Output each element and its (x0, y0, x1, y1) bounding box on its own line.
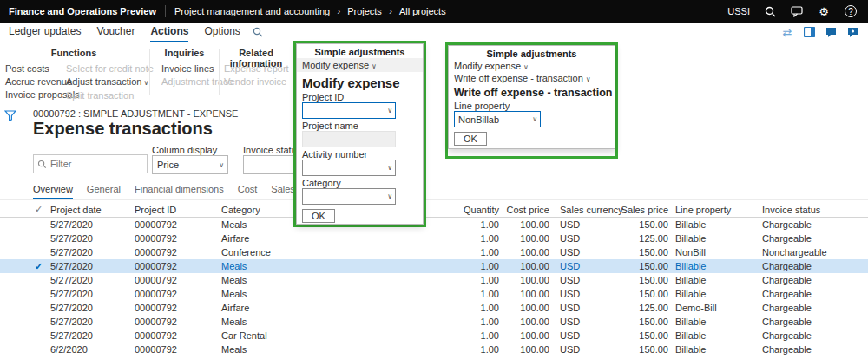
column-display-select[interactable]: Price ∨ (152, 155, 228, 174)
flyout-header: Simple adjustments (297, 44, 423, 58)
messages-icon[interactable] (790, 4, 804, 18)
header-project-date[interactable]: Project date (50, 205, 135, 215)
app-title: Finance and Operations Preview (9, 6, 156, 16)
page-menubar: Ledger updates Voucher Actions Options ⇄ (0, 23, 868, 42)
cell-sales-currency: USD (549, 247, 621, 258)
chat-bubble-icon[interactable] (824, 25, 838, 39)
cell-line-property: Billable (668, 261, 755, 271)
line-property-combobox[interactable]: NonBillab ∨ (454, 111, 541, 127)
search-icon[interactable] (763, 4, 777, 18)
flyout-header: Simple adjustments (449, 46, 615, 60)
project-id-label: Project ID (302, 92, 418, 102)
write-off-ok-button[interactable]: OK (454, 132, 487, 146)
cell-project-date: 5/27/2020 (50, 317, 135, 327)
cell-project-date: 5/27/2020 (50, 303, 135, 313)
cell-category: Meals (221, 317, 440, 327)
tab-general[interactable]: General (87, 184, 121, 199)
cell-cost-price: 100.00 (499, 289, 549, 299)
menu-voucher[interactable]: Voucher (96, 23, 135, 42)
tab-overview[interactable]: Overview (33, 184, 73, 199)
help-icon[interactable]: ? (844, 4, 858, 18)
cell-project-id: 00000792 (135, 303, 221, 313)
table-row[interactable]: 5/27/2020 00000792 Meals 1.00 100.00 USD… (0, 273, 868, 287)
category-combobox[interactable]: ∨ (302, 188, 396, 205)
cell-category: Meals (221, 289, 440, 299)
table-row[interactable]: 5/27/2020 00000792 Airfare 1.00 100.00 U… (0, 301, 868, 315)
table-row[interactable]: 6/2/2020 00000792 Meals 1.00 100.00 USD … (0, 343, 868, 356)
swap-arrows-icon[interactable]: ⇄ (780, 25, 794, 39)
table-row[interactable]: 5/27/2020 00000792 Meals 1.00 100.00 USD… (0, 287, 868, 301)
menu-item-modify-expense[interactable]: Modify expense∨ (449, 60, 615, 72)
breadcrumb-projects[interactable]: Projects (347, 6, 382, 16)
cell-sales-price: 150.00 (621, 330, 668, 341)
project-id-combobox[interactable]: ∨ (302, 102, 396, 119)
cell-sales-price: 150.00 (621, 261, 668, 271)
tab-sales[interactable]: Sales (271, 184, 295, 199)
menubar-search-icon[interactable] (251, 25, 265, 39)
table-row[interactable]: 5/27/2020 00000792 Meals 1.00 100.00 USD… (0, 315, 868, 329)
tab-cost[interactable]: Cost (238, 184, 258, 199)
menu-item-write-off-expense[interactable]: Write off expense - transaction∨ (449, 72, 615, 84)
table-row[interactable]: 5/27/2020 00000792 Airfare 1.00 100.00 U… (0, 232, 868, 245)
functions-column-2: Select for credit note Adjust transactio… (66, 62, 154, 102)
cell-line-property: NonBill (668, 247, 755, 258)
cell-invoice-status: Chargeable (755, 261, 868, 271)
grid-header-row: ✓ Project date Project ID Category Quant… (0, 202, 868, 218)
menubar-right-icons: ⇄ (780, 25, 859, 39)
cell-project-id: 00000792 (135, 247, 221, 258)
cell-quantity: 1.00 (440, 289, 499, 299)
header-line-property[interactable]: Line property (668, 205, 755, 215)
line-property-value: NonBillab (458, 114, 499, 125)
tab-financial-dimensions[interactable]: Financial dimensions (135, 184, 224, 199)
cell-line-property: Billable (668, 317, 755, 327)
cell-invoice-status: Chargeable (755, 317, 868, 327)
header-cost-price[interactable]: Cost price (499, 205, 549, 215)
cell-category: Car Rental (221, 330, 440, 341)
header-invoice-status[interactable]: Invoice status (755, 205, 868, 215)
project-name-field (302, 131, 396, 147)
filter-funnel-icon[interactable] (4, 110, 16, 121)
company-picker[interactable]: USSI (727, 6, 750, 16)
cell-project-id: 00000792 (135, 275, 221, 285)
settings-gear-icon[interactable]: ⚙ (817, 4, 831, 18)
flyout-heading: Modify expense (297, 72, 423, 92)
group-title-inquiries: Inquiries (152, 48, 217, 58)
cell-invoice-status: Chargeable (755, 344, 868, 355)
cell-quantity: 1.00 (440, 247, 499, 258)
header-sales-currency[interactable]: Sales currency (549, 205, 621, 215)
table-row[interactable]: 5/27/2020 00000792 Conference 1.00 100.0… (0, 245, 868, 259)
table-row[interactable]: 5/27/2020 00000792 Car Rental 1.00 100.0… (0, 329, 868, 343)
menu-item-modify-expense[interactable]: Modify expense∨ (297, 58, 423, 72)
vendor-invoice-button: Vendor invoice (224, 75, 289, 88)
header-sales-price[interactable]: Sales price (621, 205, 668, 215)
cell-invoice-status: Chargeable (755, 233, 868, 244)
grid-filter-input[interactable] (50, 159, 137, 169)
modify-expense-ok-button[interactable]: OK (302, 209, 335, 223)
chat-bubble-badge-icon[interactable] (845, 25, 859, 39)
application-window: Finance and Operations Preview Project m… (0, 0, 868, 359)
open-panel-icon[interactable] (802, 25, 816, 39)
menu-item-label: Modify expense (302, 60, 369, 70)
cell-cost-price: 100.00 (499, 344, 549, 355)
related-information-column: Expense report Vendor invoice (224, 62, 289, 88)
cell-line-property: Billable (668, 344, 755, 355)
cell-category: Airfare (221, 233, 440, 244)
breadcrumb-module[interactable]: Project management and accounting (174, 6, 330, 16)
breadcrumb-all-projects[interactable]: All projects (399, 6, 446, 16)
menu-options[interactable]: Options (204, 23, 240, 42)
cell-invoice-status: Chargeable (755, 275, 868, 285)
adjust-transaction-button[interactable]: Adjust transaction∨ (66, 75, 154, 89)
header-quantity[interactable]: Quantity (440, 205, 499, 215)
header-project-id[interactable]: Project ID (135, 205, 221, 215)
annotation-box-modify-expense: Simple adjustments Modify expense∨ Modif… (293, 41, 426, 227)
cell-line-property: Billable (668, 275, 755, 285)
activity-number-combobox[interactable]: ∨ (302, 160, 396, 176)
grid-body: 5/27/2020 00000792 Meals 1.00 100.00 USD… (0, 218, 868, 359)
menu-actions[interactable]: Actions (150, 23, 188, 42)
table-row[interactable]: ✓ 5/27/2020 00000792 Meals 1.00 100.00 U… (0, 259, 868, 273)
cell-cost-price: 100.00 (499, 247, 549, 258)
activity-number-label: Activity number (302, 149, 418, 160)
menu-ledger-updates[interactable]: Ledger updates (9, 23, 81, 42)
table-row[interactable]: 5/27/2020 00000792 Meals 1.00 100.00 USD… (0, 218, 868, 232)
select-all-check-icon[interactable]: ✓ (33, 204, 50, 215)
